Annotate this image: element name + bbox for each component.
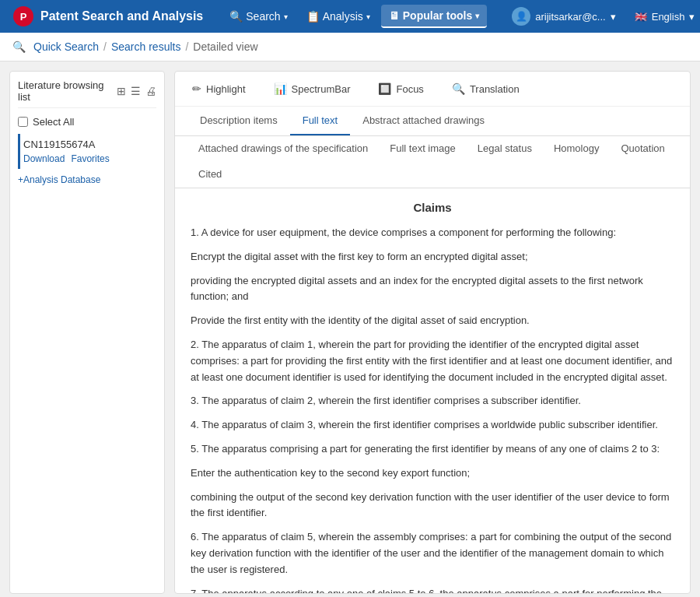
- grid-icon[interactable]: ⊞: [117, 85, 126, 97]
- tab-homology[interactable]: Homology: [543, 136, 611, 162]
- doc-paragraph-3: Provide the first entity with the identi…: [191, 313, 674, 329]
- nav-search[interactable]: 🔍 Search ▾: [222, 5, 295, 27]
- list-icon[interactable]: ☰: [131, 85, 141, 97]
- sidebar-header: Literature browsing list ⊞ ☰ 🖨: [18, 79, 156, 108]
- sidebar: Literature browsing list ⊞ ☰ 🖨 Select Al…: [9, 71, 165, 594]
- translation-tool[interactable]: 🔍 Translation: [447, 79, 524, 98]
- document-content[interactable]: Claims 1. A device for user equipment, t…: [175, 188, 690, 593]
- doc-paragraph-7: 5. The apparatus comprising a part for g…: [191, 441, 674, 458]
- tab-description-items[interactable]: Description items: [187, 107, 290, 135]
- translation-icon: 🔍: [452, 83, 465, 95]
- doc-paragraph-11: 7. The apparatus according to any one of…: [191, 586, 674, 593]
- main-nav: 🔍 Search ▾ 📋 Analysis ▾ 🖥 Popular tools …: [222, 5, 487, 28]
- tool-bar: ✏ Highlight 📊 SpectrumBar 🔲 Focus 🔍 Tran…: [175, 72, 690, 107]
- sidebar-title: Literature browsing list: [18, 79, 117, 103]
- tab-legal-status[interactable]: Legal status: [467, 136, 543, 162]
- patent-actions: Download Favorites: [23, 153, 153, 164]
- app-logo: P Patent Search and Analysis: [12, 5, 203, 27]
- patent-id: CN119155674A: [23, 139, 153, 150]
- focus-tool[interactable]: 🔲 Focus: [373, 79, 428, 98]
- logo-icon: P: [12, 5, 34, 27]
- doc-paragraph-6: 4. The apparatus of claim 3, wherein the…: [191, 417, 674, 434]
- print-icon[interactable]: 🖨: [145, 85, 156, 97]
- spectrumbar-icon: 📊: [274, 83, 287, 95]
- doc-paragraph-4: 2. The apparatus of claim 1, wherein the…: [191, 337, 674, 385]
- tab-cited[interactable]: Cited: [187, 162, 233, 188]
- language-selector[interactable]: 🇬🇧 English ▾: [628, 8, 700, 26]
- tab-full-text-image[interactable]: Full text image: [379, 136, 467, 162]
- chevron-down-icon: ▾: [475, 12, 479, 20]
- breadcrumb-separator: /: [103, 40, 107, 53]
- doc-paragraph-1: Encrypt the digital asset with the first…: [191, 249, 674, 265]
- highlight-icon: ✏: [192, 83, 201, 95]
- chevron-down-icon: ▾: [611, 11, 616, 23]
- patent-list-item: CN119155674A Download Favorites: [18, 134, 156, 169]
- breadcrumb-separator: /: [185, 40, 188, 53]
- chevron-down-icon: ▾: [366, 12, 370, 21]
- chevron-down-icon: ▾: [284, 12, 288, 21]
- doc-paragraph-2: providing the encrypted digital assets a…: [191, 273, 674, 306]
- breadcrumb-search-results[interactable]: Search results: [111, 40, 180, 53]
- tab-attached-drawings[interactable]: Attached drawings of the specification: [187, 136, 379, 162]
- spectrumbar-tool[interactable]: 📊 SpectrumBar: [269, 79, 355, 98]
- flag-icon: 🇬🇧: [635, 11, 647, 23]
- highlight-tool[interactable]: ✏ Highlight: [187, 79, 250, 98]
- svg-text:P: P: [20, 11, 27, 23]
- download-link[interactable]: Download: [23, 153, 65, 164]
- tab-full-text[interactable]: Full text: [290, 107, 351, 135]
- analysis-database-link[interactable]: +Analysis Database: [18, 174, 156, 185]
- app-title: Patent Search and Analysis: [40, 9, 203, 23]
- popular-tools-icon: 🖥: [389, 9, 400, 22]
- breadcrumb-quick-search[interactable]: Quick Search: [33, 40, 99, 53]
- document-paragraphs: 1. A device for user equipment, the devi…: [191, 225, 674, 593]
- tab-abstract-drawings[interactable]: Abstract attached drawings: [350, 107, 497, 135]
- focus-icon: 🔲: [378, 83, 391, 95]
- select-all-label: Select All: [33, 116, 74, 128]
- content-wrapper: Claims 1. A device for user equipment, t…: [175, 188, 690, 593]
- breadcrumb: 🔍 Quick Search / Search results / Detail…: [0, 33, 700, 61]
- search-breadcrumb-icon: 🔍: [12, 40, 26, 53]
- doc-paragraph-8: Enter the authentication key to the seco…: [191, 465, 674, 482]
- favorites-link[interactable]: Favorites: [71, 153, 109, 164]
- user-menu[interactable]: 👤 arijitsarkar@c... ▾: [506, 4, 622, 29]
- nav-popular-tools[interactable]: 🖥 Popular tools ▾: [381, 5, 487, 28]
- doc-paragraph-0: 1. A device for user equipment, the devi…: [191, 225, 674, 241]
- search-nav-icon: 🔍: [229, 10, 243, 23]
- select-all-checkbox[interactable]: [18, 117, 28, 127]
- breadcrumb-detailed-view: Detailed view: [193, 40, 257, 53]
- select-all-row: Select All: [18, 116, 156, 128]
- analysis-nav-icon: 📋: [306, 10, 320, 23]
- content-area: ✏ Highlight 📊 SpectrumBar 🔲 Focus 🔍 Tran…: [174, 71, 691, 594]
- main-layout: Literature browsing list ⊞ ☰ 🖨 Select Al…: [0, 61, 700, 597]
- header-right: 👤 arijitsarkar@c... ▾ 🇬🇧 English ▾: [506, 4, 700, 29]
- chevron-down-icon: ▾: [689, 11, 695, 23]
- doc-paragraph-10: 6. The apparatus of claim 5, wherein the…: [191, 529, 674, 578]
- sidebar-icons: ⊞ ☰ 🖨: [117, 85, 156, 97]
- document-title: Claims: [191, 201, 674, 214]
- secondary-tabs: Attached drawings of the specification F…: [175, 136, 690, 188]
- tab-quotation[interactable]: Quotation: [610, 136, 675, 162]
- doc-paragraph-5: 3. The apparatus of claim 2, wherein the…: [191, 393, 674, 409]
- nav-analysis[interactable]: 📋 Analysis ▾: [299, 5, 378, 27]
- doc-paragraph-9: combining the output of the second key d…: [191, 490, 674, 522]
- primary-tabs: Description items Full text Abstract att…: [175, 107, 690, 136]
- header: P Patent Search and Analysis 🔍 Search ▾ …: [0, 0, 700, 33]
- user-avatar: 👤: [512, 7, 530, 26]
